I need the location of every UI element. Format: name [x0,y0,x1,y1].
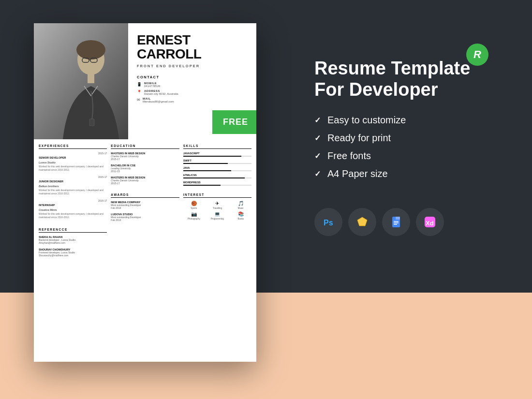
col-experiences: EXPERIENCES SENIOR DEVELOPER2015-17 Luov… [39,144,107,357]
exp-item-1: JUNIOR DESIGNER2015-17 Balkan brothers W… [39,176,107,195]
book-icon: 📚 [238,211,244,217]
tool-icons: Ps [314,208,508,236]
col-education: EDUCATION MASTERS IN WEB DESIGN Charles … [111,144,179,357]
svg-rect-14 [394,221,399,222]
feature-label-0: Easy to customize [327,115,406,126]
exp-item-2: INTERNSHIP2015-17 Creative Mints Worked … [39,199,107,219]
code-icon: 💻 [214,211,220,217]
interest-sports: 🏀 Sports [183,201,205,209]
resume-bottom: EXPERIENCES SENIOR DEVELOPER2015-17 Luov… [34,139,256,362]
free-badge[interactable]: FREE [212,110,256,134]
check-icon-3: ✓ [314,169,321,178]
svg-rect-13 [396,217,400,220]
tool-photoshop[interactable]: Ps [314,208,342,236]
ref-item-0: SHEKH AL RAHAN Backend developer , Luova… [39,236,107,244]
interest-grid: 🏀 Sports ✈ Travelling 🎵 Music 📷 [183,201,251,220]
skills-list: JAVASCRIPT SWIFT JAVA HTML/CSS [183,152,251,188]
feature-item-1: ✓ Ready for print [314,133,508,144]
feature-item-2: ✓ Free fonts [314,150,508,162]
tool-google-docs[interactable] [382,208,410,236]
awards-heading: AWARDS [111,193,179,198]
svg-rect-8 [89,119,94,126]
contact-heading: CONTACT [137,75,248,79]
education-heading: EDUCATION [111,144,179,149]
interest-travel: ✈ Travelling [207,201,228,209]
exp-item-0: SENIOR DEVELOPER2015-17 Luova Studio Wor… [39,152,107,172]
resume-card: ERNEST CARROLL FRONT END DEVELOPER CONTA… [34,23,256,362]
skill-item-3: HTML/CSS [183,174,251,178]
right-panel: R Resume Template For Developer ✓ Easy t… [290,0,532,399]
edu-item-0: MASTERS IN WEB DESIGN Charles Darwin Uni… [111,152,179,161]
check-icon-0: ✓ [314,116,321,125]
svg-rect-16 [394,224,397,225]
feature-list: ✓ Easy to customize ✓ Ready for print ✓ … [314,115,508,186]
check-icon-1: ✓ [314,133,321,143]
resume-contact: CONTACT 📱 MOBILE 0414778526 📍 ADDRESS Da… [137,75,248,105]
skills-heading: SKILLS [183,144,251,149]
tool-xd[interactable]: Xd [416,208,444,236]
svg-point-3 [76,40,105,59]
interest-music: 🎵 Music [230,201,251,209]
brand-logo: R [466,44,488,66]
feature-item-0: ✓ Easy to customize [314,115,508,126]
phone-icon: 📱 [137,82,142,87]
interest-books: 📚 Books [230,211,251,220]
skill-item-2: JAVA [183,166,251,171]
svg-rect-15 [394,222,399,223]
location-icon: 📍 [137,90,142,94]
award-item-0: NEW MEDIA COMPANY Most outstanding Devel… [111,201,179,209]
feature-label-3: A4 Paper size [327,168,388,179]
travel-icon: ✈ [215,201,219,206]
interest-photo: 📷 Photography [183,211,205,220]
svg-rect-7 [88,74,94,83]
contact-mail: ✉ MAIL Mendoza90@gmail.com [137,97,248,103]
mail-icon: ✉ [137,98,140,102]
interest-programming: 💻 Programming [207,211,228,220]
experience-list: SENIOR DEVELOPER2015-17 Luova Studio Wor… [39,152,107,223]
skill-item-1: SWIFT [183,159,251,164]
reference-heading: REFERENCCE [39,228,107,233]
resume-job-title: FRONT END DEVELOPER [137,64,248,68]
contact-mobile: 📱 MOBILE 0414778526 [137,82,248,88]
skill-item-4: WORDPRESS [183,181,251,186]
right-panel-content: R Resume Template For Developer ✓ Easy t… [314,29,508,370]
svg-text:Ps: Ps [324,219,333,227]
svg-text:Xd: Xd [426,220,434,227]
music-icon: 🎵 [238,201,244,206]
experiences-heading: EXPERIENCES [39,144,107,149]
left-panel: ERNEST CARROLL FRONT END DEVELOPER CONTA… [0,0,290,399]
edu-item-1: BACHELOR IN CSE Leading University 2011-… [111,164,179,173]
contact-address: 📍 ADDRESS Darwin city 6032, Australia [137,89,248,95]
resume-photo [34,23,128,139]
edu-item-2: MASTERS IN WEB DESIGN Charles Darwin Uni… [111,176,179,185]
feature-item-3: ✓ A4 Paper size [314,168,508,179]
feature-label-1: Ready for print [327,133,391,144]
sports-icon: 🏀 [191,201,197,206]
resume-name: ERNEST CARROLL [137,33,248,61]
check-icon-2: ✓ [314,151,321,161]
ref-item-1: SHOURAV CHOWDHURY Frontend developer, Lu… [39,248,107,257]
col-skills: SKILLS JAVASCRIPT SWIFT JAVA [183,144,251,357]
feature-label-2: Free fonts [327,150,371,162]
skill-item-0: JAVASCRIPT [183,152,251,157]
award-item-1: LUDOVA STUDIO Most outstanding Developer… [111,213,179,222]
tool-sketch[interactable] [348,208,376,236]
camera-icon: 📷 [191,211,197,217]
interest-heading: INTEREST [183,193,251,198]
